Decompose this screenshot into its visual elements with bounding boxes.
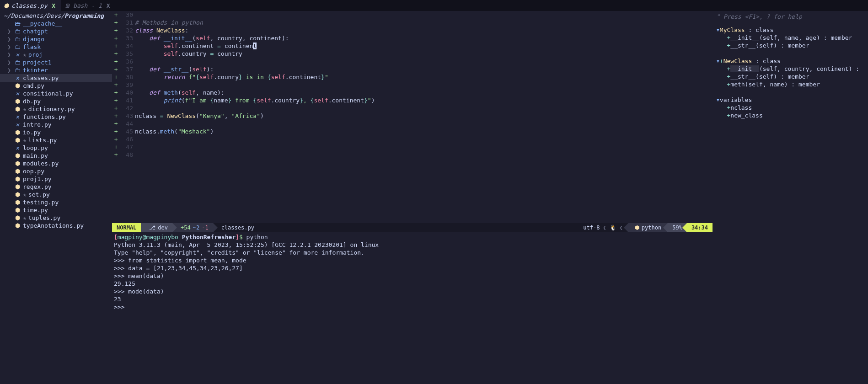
code-line[interactable]: self.country = country [135, 50, 713, 58]
folder-icon: 🗀 [14, 27, 21, 35]
tree-item-regex-py[interactable]: ⬢ regex.py [0, 183, 112, 191]
tree-item-set-py[interactable]: ⬢ ★ set.py [0, 191, 112, 198]
code-line[interactable] [135, 143, 713, 151]
python-icon: ⬢ [14, 105, 21, 113]
outline-item[interactable]: +__str__(self) : member [716, 42, 864, 49]
code-line[interactable] [135, 104, 713, 112]
terminal[interactable]: [magpiny@magpinybo PythonRefresher]$ pyt… [112, 232, 713, 384]
python-icon: ⬢ [14, 206, 21, 214]
tree-item-modules-py[interactable]: ⬢ modules.py [0, 160, 112, 167]
tabline: ⬢ classes.py X🗎 bash - 1 X [0, 0, 868, 11]
code-line[interactable]: nclass = NewClass("Kenya", "Africa") [135, 112, 713, 120]
modified-star-icon: ★ [23, 214, 27, 222]
tree-item-cmd-py[interactable]: ⬢ cmd.py [0, 82, 112, 90]
tree-item-typeAnotations-py[interactable]: ⬢ typeAnotations.py [0, 222, 112, 229]
tree-item-proj[interactable]: ❯✕ ★ proj [0, 51, 112, 59]
tree-item-label: proj [28, 51, 43, 59]
code-line[interactable] [135, 58, 713, 65]
code-line[interactable] [135, 151, 713, 159]
tab-classes-py[interactable]: ⬢ classes.py X [0, 0, 61, 11]
code-line[interactable] [135, 11, 713, 19]
tree-item-db-py[interactable]: ⬢ db.py [0, 97, 112, 105]
x-icon: ✕ [14, 121, 21, 128]
line-number: + 35 [112, 50, 133, 58]
tree-item-dictionary-py[interactable]: ⬢ ★ dictionary.py [0, 105, 112, 113]
code-line[interactable] [135, 81, 713, 89]
code-content[interactable]: # Methods in pythonclass NewClass: def _… [135, 11, 713, 223]
outline-item[interactable]: +__init__(self, country, continent) : [716, 65, 864, 73]
tree-item-loop-py[interactable]: ✕ loop.py [0, 144, 112, 152]
outline-item[interactable]: +new_class [716, 112, 864, 119]
mode-indicator: NORMAL [112, 223, 141, 232]
folder-icon: 🗀 [14, 59, 21, 66]
tree-item-label: db.py [23, 97, 41, 105]
filename-segment: classes.py [213, 223, 259, 232]
tree-item-flask[interactable]: ❯🗀 flask [0, 43, 112, 51]
linux-icon: 🐧 [610, 224, 616, 231]
outline-item[interactable]: +meth(self, name) : member [716, 80, 864, 88]
code-line[interactable]: nclass.meth("Meshack") [135, 128, 713, 135]
outline-item[interactable]: ▾MyClass : class [716, 26, 864, 34]
tree-item-functions-py[interactable]: ✕ functions.py [0, 113, 112, 121]
code-line[interactable]: def __init__(self, country, continent): [135, 34, 713, 42]
outline-item[interactable]: ▾variables [716, 96, 864, 104]
branch-icon: ⎇ [149, 224, 155, 231]
close-icon[interactable]: X [50, 2, 57, 9]
tree-item-classes-py[interactable]: ✕ classes.py [0, 74, 112, 82]
code-editor[interactable]: + 30+ 31+ 32+ 33+ 34+ 35+ 36+ 37+ 38+ 39… [112, 11, 713, 223]
tree-item-label: dictionary.py [28, 105, 75, 113]
outline-item[interactable]: +__init__(self, name, age) : member [716, 34, 864, 42]
tree-item-label: intro.py [23, 121, 52, 128]
code-line[interactable]: self.continent = continent [135, 42, 713, 50]
x-icon: ✕ [14, 144, 21, 152]
code-line[interactable]: # Methods in python [135, 19, 713, 27]
tree-item-label: proj1.py [23, 175, 52, 183]
tree-item-io-py[interactable]: ⬢ io.py [0, 128, 112, 136]
outline-item[interactable]: +__str__(self) : member [716, 73, 864, 80]
modified-star-icon: ★ [23, 105, 27, 113]
code-line[interactable]: def __str__(self): [135, 65, 713, 73]
tree-item-label: cmd.py [23, 82, 44, 90]
outline-item[interactable]: ▾+NewClass : class [716, 57, 864, 65]
outline-item[interactable]: +nclass [716, 104, 864, 112]
tree-item-testing-py[interactable]: ⬢ testing.py [0, 198, 112, 206]
tree-item-tuples-py[interactable]: ⬢ ★ tuples.py [0, 214, 112, 222]
outline-help-text: " Press <F1>, ? for help [716, 13, 864, 21]
tree-item-project1[interactable]: ❯🗀 project1 [0, 59, 112, 66]
code-line[interactable] [135, 120, 713, 128]
tree-item-label: project1 [23, 59, 52, 66]
tree-item-oop-py[interactable]: ⬢ oop.py [0, 167, 112, 175]
tree-item-lists-py[interactable]: ⬢ ★ lists.py [0, 136, 112, 144]
python-icon: ⬢ [14, 198, 21, 206]
code-line[interactable]: return f"{self.counry} is in {self.conti… [135, 73, 713, 81]
python-icon: ⬢ [14, 136, 21, 144]
line-number: + 46 [112, 135, 133, 143]
tree-item-tkinter[interactable]: ❯🗀 tkinter [0, 66, 112, 74]
tree-item-label: tkinter [23, 66, 48, 74]
code-line[interactable]: print(f"I am {name} from {self.country},… [135, 96, 713, 104]
file-tree[interactable]: ~/Documents/Devs/Programming 🗁 __pycache… [0, 11, 112, 384]
editor-column: + 30+ 31+ 32+ 33+ 34+ 35+ 36+ 37+ 38+ 39… [112, 11, 713, 384]
python-icon: ⬢ [14, 82, 21, 90]
tree-item-time-py[interactable]: ⬢ time.py [0, 206, 112, 214]
tree-item-proj1-py[interactable]: ⬢ proj1.py [0, 175, 112, 183]
tree-item-main-py[interactable]: ⬢ main.py [0, 152, 112, 160]
tree-root-path: ~/Documents/Devs/Programming [0, 12, 112, 20]
tree-item-intro-py[interactable]: ✕ intro.py [0, 121, 112, 128]
line-number: + 40 [112, 89, 133, 96]
tree-item-__pycache__[interactable]: 🗁 __pycache__ [0, 20, 112, 27]
code-line[interactable] [135, 135, 713, 143]
close-icon[interactable]: X [105, 2, 112, 9]
tagbar-outline[interactable]: " Press <F1>, ? for help ▾MyClass : clas… [713, 11, 868, 384]
code-line[interactable]: def meth(self, name): [135, 89, 713, 96]
code-line[interactable]: class NewClass: [135, 27, 713, 34]
tree-item-consitional-py[interactable]: ✕ consitional.py [0, 90, 112, 97]
line-number: + 48 [112, 151, 133, 159]
tree-item-label: testing.py [23, 198, 59, 206]
python-icon: ⬢ [14, 160, 21, 167]
tab-bash-1[interactable]: 🗎 bash - 1 X [61, 0, 115, 11]
tree-item-django[interactable]: ❯🗀 django [0, 35, 112, 43]
python-icon: ⬢ [14, 175, 21, 183]
x-icon: ✕ [14, 74, 21, 82]
tree-item-chatgpt[interactable]: ❯🗀 chatgpt [0, 27, 112, 35]
